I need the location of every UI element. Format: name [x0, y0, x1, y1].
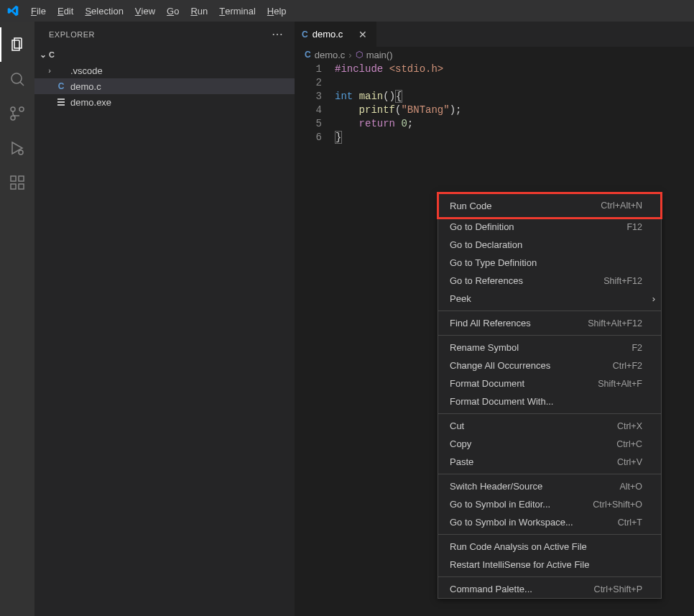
tree-item-label: demo.exe [68, 97, 111, 108]
context-menu-separator [438, 576, 661, 577]
menu-go[interactable]: Go [161, 0, 185, 22]
sidebar: EXPLORER ⋯ ⌄ C ›.vscodeCdemo.cdemo.exe [34, 22, 295, 616]
menu-edit[interactable]: Edit [52, 0, 79, 22]
tree-item-demo-c[interactable]: Cdemo.c [34, 78, 295, 94]
context-menu-shortcut: F2 [631, 343, 642, 353]
context-menu-item[interactable]: Command Palette...Ctrl+Shift+P [438, 580, 661, 598]
context-menu-shortcut: Ctrl+C [616, 439, 642, 449]
vscode-logo-icon [0, 5, 25, 17]
menu-file[interactable]: File [25, 0, 52, 22]
breadcrumbs[interactable]: C demo.c › ⬡ main() [295, 47, 694, 63]
context-menu-separator [438, 534, 661, 535]
context-menu-label: Format Document With... [450, 396, 553, 407]
svg-rect-7 [11, 176, 16, 181]
context-menu-shortcut: Ctrl+Alt+N [601, 201, 642, 211]
context-menu-item[interactable]: Go to Symbol in Workspace...Ctrl+T [438, 513, 661, 531]
context-menu-shortcut: Ctrl+Shift+P [594, 584, 642, 594]
context-menu-shortcut: Ctrl+X [617, 421, 642, 431]
tab-demo-c[interactable]: C demo.c ✕ [295, 22, 377, 47]
activity-extensions-icon[interactable] [0, 165, 34, 200]
tree-item--vscode[interactable]: ›.vscode [34, 63, 295, 78]
breadcrumb-file: demo.c [315, 50, 346, 60]
context-menu-shortcut: Shift+F12 [603, 276, 642, 286]
menu-help[interactable]: Help [262, 0, 292, 22]
context-menu-item[interactable]: Go to Declaration [438, 236, 661, 254]
context-menu-item[interactable]: Peek› [438, 290, 661, 308]
menu-view[interactable]: View [129, 0, 161, 22]
c-file-icon: C [305, 50, 311, 60]
svg-point-0 [11, 73, 22, 83]
svg-marker-5 [12, 142, 22, 154]
menu-selection[interactable]: Selection [79, 0, 129, 22]
tree-item-label: demo.c [68, 81, 101, 92]
menu-terminal[interactable]: Terminal [213, 0, 262, 22]
context-menu-item[interactable]: Change All OccurrencesCtrl+F2 [438, 357, 661, 374]
context-menu-shortcut: Ctrl+F2 [613, 361, 642, 371]
chevron-right-icon: › [652, 293, 655, 304]
context-menu-label: Cut [450, 420, 464, 431]
context-menu-item[interactable]: Go to Symbol in Editor...Ctrl+Shift+O [438, 495, 661, 513]
activity-run-icon[interactable] [0, 131, 34, 165]
context-menu-label: Go to Definition [450, 221, 514, 232]
context-menu-label: Paste [450, 456, 473, 467]
context-menu-item[interactable]: PasteCtrl+V [438, 453, 661, 471]
activity-source-control-icon[interactable] [0, 96, 34, 131]
chevron-down-icon: ⌄ [37, 50, 49, 60]
chevron-right-icon: › [45, 66, 55, 75]
context-menu-separator [438, 474, 661, 474]
c-file-icon: C [302, 29, 308, 40]
activity-explorer-icon[interactable] [0, 27, 34, 62]
context-menu-label: Go to Symbol in Workspace... [450, 517, 573, 528]
context-menu-item[interactable]: Go to ReferencesShift+F12 [438, 272, 661, 290]
context-menu-item[interactable]: Format Document With... [438, 392, 661, 410]
context-menu-shortcut: Shift+Alt+F12 [588, 318, 642, 328]
menu-run[interactable]: Run [185, 0, 213, 22]
context-menu-item[interactable]: CopyCtrl+C [438, 435, 661, 453]
context-menu-shortcut: F12 [626, 222, 642, 232]
workspace-name: C [49, 50, 55, 59]
tab-title: demo.c [313, 29, 356, 40]
context-menu-label: Restart IntelliSense for Active File [450, 559, 589, 570]
context-menu-item[interactable]: Format DocumentShift+Alt+F [438, 374, 661, 392]
activitybar [0, 22, 34, 616]
code-area[interactable]: 123456 #include <stdio.h>int main(){ pri… [295, 63, 694, 144]
editor-tabs: C demo.c ✕ [295, 22, 694, 47]
context-menu-shortcut: Shift+Alt+F [598, 379, 642, 389]
svg-point-2 [19, 107, 24, 111]
context-menu-item[interactable]: Find All ReferencesShift+Alt+F12 [438, 314, 661, 332]
context-menu-item[interactable]: Switch Header/SourceAlt+O [438, 477, 661, 495]
sidebar-more-icon[interactable]: ⋯ [272, 27, 284, 41]
svg-point-3 [11, 116, 15, 120]
context-menu-label: Go to Declaration [450, 239, 522, 250]
context-menu-item[interactable]: Go to Type Definition [438, 254, 661, 272]
context-menu-item[interactable]: Go to DefinitionF12 [438, 218, 661, 236]
svg-line-1 [20, 82, 24, 86]
context-menu-separator [438, 413, 661, 414]
context-menu-label: Find All References [450, 318, 531, 328]
context-menu-item[interactable]: CutCtrl+X [438, 417, 661, 435]
context-menu-label: Rename Symbol [450, 342, 519, 353]
context-menu-item[interactable]: Run CodeCtrl+Alt+N [438, 193, 661, 218]
tree-item-label: .vscode [68, 65, 103, 76]
exe-file-icon [57, 98, 65, 106]
breadcrumb-symbol: main() [366, 50, 393, 60]
line-gutter: 123456 [295, 63, 335, 144]
context-menu-label: Go to Symbol in Editor... [450, 499, 550, 510]
context-menu-item[interactable]: Restart IntelliSense for Active File [438, 556, 661, 574]
context-menu-label: Run Code Analysis on Active File [450, 541, 587, 552]
menubar: FileEditSelectionViewGoRunTerminalHelp [0, 0, 694, 22]
context-menu-shortcut: Ctrl+V [617, 457, 642, 467]
context-menu-item[interactable]: Run Code Analysis on Active File [438, 538, 661, 556]
context-menu-label: Go to Type Definition [450, 257, 537, 268]
file-tree: ›.vscodeCdemo.cdemo.exe [34, 63, 295, 110]
activity-search-icon[interactable] [0, 62, 34, 96]
sidebar-header: EXPLORER ⋯ [34, 22, 295, 47]
code-content[interactable]: #include <stdio.h>int main(){ printf("BN… [335, 63, 461, 144]
context-menu-item[interactable]: Rename SymbolF2 [438, 339, 661, 357]
tree-item-demo-exe[interactable]: demo.exe [34, 94, 295, 110]
sidebar-workspace-header[interactable]: ⌄ C [34, 47, 295, 63]
context-menu-label: Copy [450, 438, 471, 449]
context-menu: Run CodeCtrl+Alt+NGo to DefinitionF12Go … [438, 193, 662, 599]
close-icon[interactable]: ✕ [356, 29, 369, 40]
svg-rect-10 [19, 176, 24, 181]
